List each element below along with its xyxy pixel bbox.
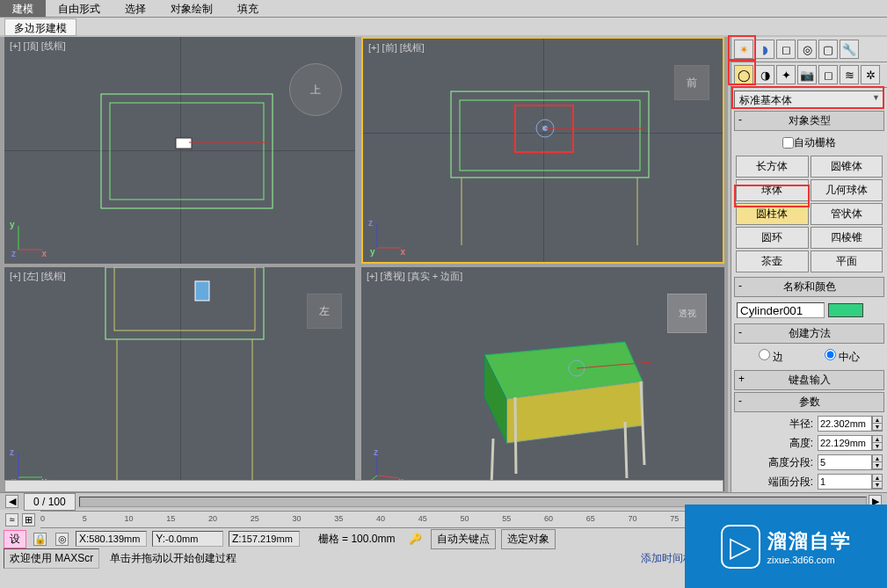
lights-icon[interactable]: ✦ — [776, 65, 796, 84]
btn-geosphere[interactable]: 几何球体 — [811, 179, 883, 201]
svg-rect-1 — [110, 103, 264, 200]
object-color-swatch[interactable] — [828, 303, 863, 317]
svg-line-27 — [515, 397, 516, 474]
capseg-spinner[interactable]: ▲▼ — [872, 474, 883, 490]
dope-sheet-icon[interactable]: ⊞ — [22, 513, 35, 526]
svg-rect-0 — [101, 94, 273, 208]
helpers-icon[interactable]: ◻ — [818, 65, 838, 84]
btn-plane[interactable]: 平面 — [811, 250, 883, 272]
viewport-left[interactable]: [+] [左] [线框] 左 z y x — [4, 267, 355, 491]
height-spinner[interactable]: ▲▼ — [872, 435, 883, 451]
display-tab-icon[interactable]: ▢ — [818, 40, 838, 59]
menu-objectpaint[interactable]: 对象绘制 — [158, 0, 225, 17]
rollout-object-type[interactable]: -对象类型 — [734, 111, 884, 131]
main-menu-bar: 建模 自由形式 选择 对象绘制 填充 — [0, 0, 887, 18]
axis-gizmo-top: x y z — [11, 221, 47, 257]
curve-editor-icon[interactable]: ≈ — [5, 513, 18, 526]
object-type-grid: 长方体 圆锥体 球体 几何球体 圆柱体 管状体 圆环 四棱锥 茶壶 平面 — [731, 153, 887, 275]
svg-line-31 — [377, 475, 399, 478]
watermark: ▷ 溜溜自学 zixue.3d66.com — [685, 505, 887, 588]
btn-teapot[interactable]: 茶壶 — [736, 250, 809, 272]
radius-spinner[interactable]: ▲▼ — [872, 416, 883, 432]
svg-rect-15 — [105, 267, 264, 339]
viewport-top[interactable]: [+] [顶] [线框] 上 x y z — [4, 37, 355, 264]
rollout-name-color[interactable]: -名称和颜色 — [734, 277, 884, 297]
grid-info: 栅格 = 100.0mm — [318, 532, 396, 547]
btn-box[interactable]: 长方体 — [736, 156, 809, 178]
btn-tube[interactable]: 管状体 — [811, 203, 883, 225]
z-coord-input[interactable] — [242, 534, 296, 544]
hint-text: 单击并拖动以开始创建过程 — [110, 551, 630, 566]
y-coord-input[interactable] — [165, 534, 220, 544]
cameras-icon[interactable]: 📷 — [797, 65, 817, 84]
submenu-polymodeling[interactable]: 多边形建模 — [4, 18, 76, 36]
heightseg-spinner[interactable]: ▲▼ — [872, 454, 883, 470]
play-logo-icon: ▷ — [721, 525, 760, 569]
create-subtabs: ◯ ◑ ✦ 📷 ◻ ≋ ✲ — [731, 62, 887, 88]
utilities-tab-icon[interactable]: 🔧 — [840, 40, 859, 59]
category-dropdown[interactable]: 标准基本体 — [734, 91, 884, 108]
systems-icon[interactable]: ✲ — [861, 65, 880, 84]
height-input[interactable] — [818, 435, 872, 451]
timeline-arrow-left-icon[interactable]: ◀ — [5, 495, 18, 508]
hierarchy-tab-icon[interactable]: ◻ — [776, 40, 796, 59]
object-name-input[interactable] — [737, 302, 825, 318]
heightseg-input[interactable] — [818, 454, 872, 470]
geometry-icon[interactable]: ◯ — [734, 65, 753, 84]
script-label: 设 — [4, 530, 26, 548]
btn-torus[interactable]: 圆环 — [736, 227, 809, 249]
btn-sphere[interactable]: 球体 — [736, 179, 809, 201]
rollout-keyboard[interactable]: +键盘输入 — [734, 370, 884, 390]
radius-input[interactable] — [818, 416, 872, 432]
viewport-perspective[interactable]: [+] [透视] [真实 + 边面] 透视 x z y — [361, 267, 724, 491]
menu-modeling[interactable]: 建模 — [0, 0, 46, 17]
modify-tab-icon[interactable]: ◗ — [755, 40, 774, 59]
viewcube-persp[interactable]: 透视 — [667, 294, 707, 333]
svg-line-26 — [625, 422, 627, 478]
x-coord-input[interactable] — [89, 534, 143, 544]
isolation-icon[interactable]: ◎ — [55, 533, 69, 546]
btn-cylinder[interactable]: 圆柱体 — [736, 203, 809, 225]
svg-rect-2 — [176, 138, 192, 149]
lock-icon[interactable]: 🔒 — [33, 533, 47, 546]
rollout-params[interactable]: -参数 — [734, 392, 884, 412]
axis-gizmo-persp: x z y — [368, 449, 404, 484]
frame-indicator[interactable]: 0 / 100 — [24, 493, 76, 511]
welcome-text: 欢迎使用 MAXScr — [4, 548, 99, 569]
h-scrollbar[interactable] — [4, 480, 723, 492]
axis-gizmo-front: z x y — [370, 220, 405, 255]
spacewarps-icon[interactable]: ≋ — [840, 65, 859, 84]
btn-pyramid[interactable]: 四棱锥 — [811, 227, 883, 249]
command-panel-tabs: ✴ ◗ ◻ ◎ ▢ 🔧 — [731, 37, 887, 62]
btn-cone[interactable]: 圆锥体 — [811, 156, 883, 178]
create-tab-icon[interactable]: ✴ — [734, 40, 753, 59]
radio-center[interactable]: 中心 — [825, 349, 860, 365]
svg-line-28 — [641, 381, 644, 465]
capseg-input[interactable] — [818, 474, 872, 490]
radio-edge[interactable]: 边 — [759, 349, 783, 365]
viewport-front[interactable]: [+] [前] [线框] 前 z x y — [361, 37, 724, 264]
autogrid-checkbox[interactable] — [782, 137, 794, 149]
svg-rect-6 — [451, 91, 649, 178]
svg-rect-19 — [195, 281, 209, 301]
menu-populate[interactable]: 填充 — [225, 0, 271, 17]
motion-tab-icon[interactable]: ◎ — [797, 40, 817, 59]
shapes-icon[interactable]: ◑ — [755, 65, 774, 84]
viewport-area: [+] [顶] [线框] 上 x y z [+] [前] [线框] — [0, 37, 728, 492]
axis-gizmo-left: z y x — [11, 449, 47, 484]
viewcube-left[interactable]: 左 — [307, 294, 342, 329]
selected-button[interactable]: 选定对象 — [501, 529, 556, 549]
viewcube-top[interactable]: 上 — [289, 63, 342, 116]
autokey-button[interactable]: 自动关键点 — [431, 529, 496, 549]
menu-freeform[interactable]: 自由形式 — [46, 0, 113, 17]
svg-rect-16 — [114, 267, 255, 330]
viewcube-front[interactable]: 前 — [674, 65, 709, 100]
rollout-create-method[interactable]: -创建方法 — [734, 323, 884, 344]
menu-selection[interactable]: 选择 — [113, 0, 158, 17]
